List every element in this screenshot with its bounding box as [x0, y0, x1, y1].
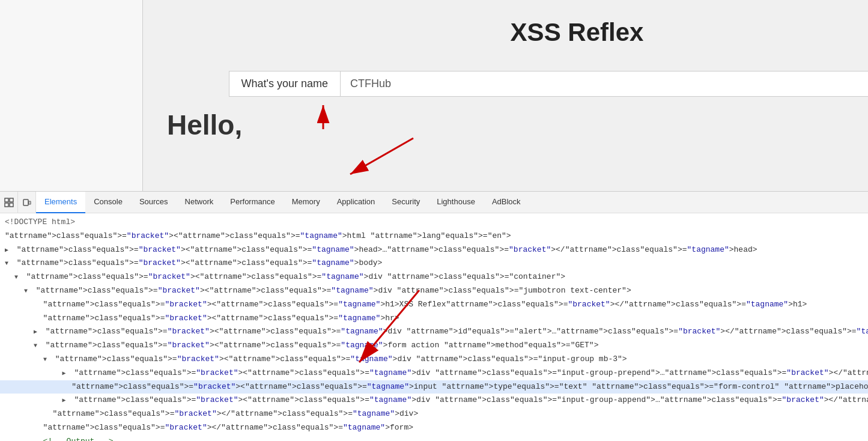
html-panel: <!DOCTYPE html>"attrname">class"equals">…	[0, 213, 868, 441]
html-line: ▶ "attrname">class"equals">="bracket"><"…	[0, 325, 868, 339]
hello-text: Hello,	[167, 109, 242, 141]
html-line: ▶ "attrname">class"equals">="bracket"><"…	[0, 394, 868, 407]
html-line: "attrname">class"equals">="bracket"><"at…	[0, 380, 868, 394]
html-line: "attrname">class"equals">="bracket"></"a…	[0, 407, 868, 421]
svg-rect-5	[10, 198, 13, 202]
tab-memory[interactable]: Memory	[284, 192, 329, 213]
responsive-icon[interactable]	[18, 192, 36, 213]
html-line: "attrname">class"equals">="bracket"></"a…	[0, 421, 868, 435]
tab-sources[interactable]: Sources	[131, 192, 177, 213]
tab-network[interactable]: Network	[177, 192, 222, 213]
tab-elements[interactable]: Elements	[36, 192, 85, 213]
page-title: XSS Reflex	[511, 18, 644, 47]
html-line: ▼ "attrname">class"equals">="bracket"><"…	[0, 257, 868, 270]
html-line: ▼ "attrname">class"equals">="bracket"><"…	[0, 339, 868, 353]
inspect-icon[interactable]	[0, 192, 18, 213]
html-line: "attrname">class"equals">="bracket"><"at…	[0, 230, 868, 243]
devtools-tabbar: Elements Console Sources Network Perform…	[0, 192, 868, 213]
svg-rect-9	[29, 201, 31, 204]
svg-rect-8	[23, 199, 28, 205]
html-line: "attrname">class"equals">="bracket"><"at…	[0, 298, 868, 312]
html-line: ▶ "attrname">class"equals">="bracket"><"…	[0, 243, 868, 257]
html-line: <!DOCTYPE html>	[0, 216, 868, 230]
html-line: ▼ "attrname">class"equals">="bracket"><"…	[0, 353, 868, 366]
tab-performance[interactable]: Performance	[222, 192, 283, 213]
name-input[interactable]	[341, 71, 868, 96]
html-line: ▶ "attrname">class"equals">="bracket"><"…	[0, 366, 868, 380]
svg-rect-7	[10, 203, 13, 207]
html-line: ▼ "attrname">class"equals">="bracket"><"…	[0, 270, 868, 284]
html-line: "attrname">class"equals">="bracket"><"at…	[0, 312, 868, 326]
left-sidebar	[0, 0, 143, 191]
tab-security[interactable]: Security	[383, 192, 428, 213]
svg-line-3	[350, 138, 413, 174]
form-label: What's your name	[229, 71, 341, 96]
svg-rect-6	[5, 203, 8, 207]
devtools-panel: Elements Console Sources Network Perform…	[0, 191, 868, 441]
svg-rect-4	[5, 198, 8, 202]
tab-console[interactable]: Console	[85, 192, 131, 213]
html-line: <!-- Output -->	[0, 435, 868, 441]
html-line: ▼ "attrname">class"equals">="bracket"><"…	[0, 284, 868, 298]
tab-lighthouse[interactable]: Lighthouse	[428, 192, 484, 213]
tab-adblock[interactable]: AdBlock	[484, 192, 529, 213]
tab-application[interactable]: Application	[329, 192, 384, 213]
